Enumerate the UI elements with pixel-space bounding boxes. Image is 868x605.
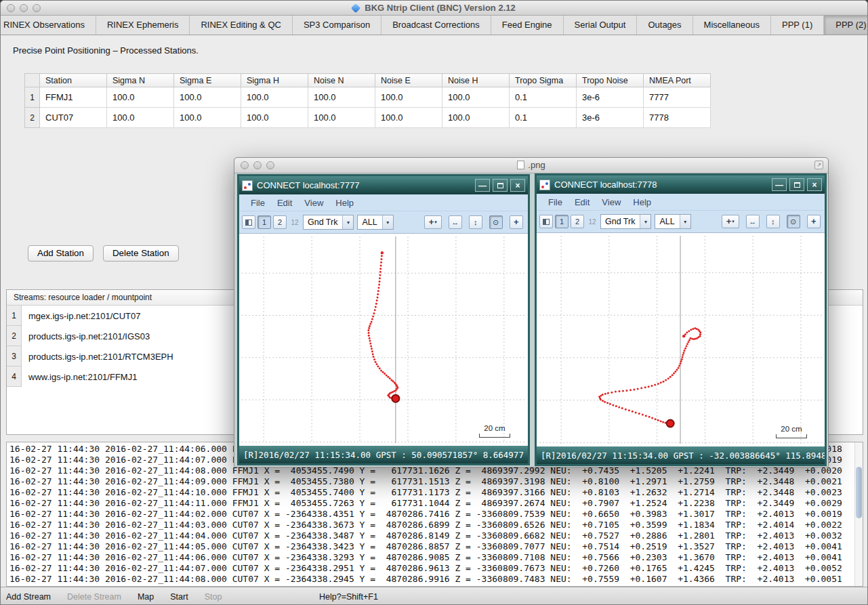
station-cell[interactable]: 100.0 bbox=[174, 87, 241, 108]
plot-2-button[interactable]: 2 bbox=[571, 215, 584, 228]
chevron-down-icon[interactable]: ▾ bbox=[640, 215, 650, 228]
station-cell[interactable]: 100.0 bbox=[308, 87, 375, 108]
plot-1-button[interactable]: 1 bbox=[257, 215, 271, 229]
tab-ppp-2[interactable]: PPP (2) bbox=[824, 16, 867, 35]
crosshair-icon: + bbox=[811, 218, 817, 225]
menu-file[interactable]: File bbox=[245, 198, 271, 208]
rtkplot-window-7778[interactable]: CONNECT localhost:7778 — × File Edit Vie… bbox=[535, 173, 827, 466]
center-origin-button[interactable]: +▾ bbox=[722, 215, 739, 228]
track-center-button[interactable]: ⊙ bbox=[489, 215, 503, 229]
rtk-menubar: File Edit View Help bbox=[537, 194, 825, 210]
menu-help[interactable]: Help bbox=[627, 197, 657, 207]
tab-rinex-observations[interactable]: RINEX Observations bbox=[1, 16, 96, 35]
close-button[interactable]: × bbox=[807, 178, 822, 191]
satellite-combo[interactable]: ALL▾ bbox=[655, 214, 690, 229]
ground-track-plot[interactable]: 20 cm bbox=[239, 233, 528, 446]
menu-view[interactable]: View bbox=[596, 197, 627, 207]
station-cell[interactable]: 100.0 bbox=[174, 108, 241, 128]
tab-serial-output[interactable]: Serial Output bbox=[564, 16, 638, 35]
scale-bar: 20 cm bbox=[479, 424, 510, 438]
rtkplot-window-7777[interactable]: CONNECT localhost:7777 — × File Edit Vie… bbox=[237, 174, 530, 465]
view-tools: +▾ ↔ ↕ ⊙ + bbox=[424, 215, 528, 229]
minimize-button[interactable]: — bbox=[772, 178, 787, 191]
satellite-combo[interactable]: ALL▾ bbox=[357, 215, 393, 230]
rtk-toolbar: 1 2 12 Gnd Trk▾ ALL▾ +▾ ↔ ↕ ⊙ + bbox=[537, 210, 825, 232]
position-readout: [R]2016/02/27 11:15:34.00 GPST : -32.003… bbox=[541, 451, 825, 461]
add-stream-button[interactable]: Add Stream bbox=[6, 592, 51, 602]
tab-outages[interactable]: Outages bbox=[637, 16, 693, 35]
chevron-down-icon[interactable]: ▾ bbox=[382, 215, 393, 229]
station-cell[interactable]: 100.0 bbox=[241, 108, 308, 128]
row-number: 2 bbox=[7, 326, 22, 346]
split-view-button[interactable] bbox=[242, 215, 255, 229]
row-number: 3 bbox=[7, 346, 22, 367]
crosshair-button[interactable]: + bbox=[510, 215, 523, 229]
chevron-down-icon[interactable]: ▾ bbox=[342, 215, 353, 229]
tab-broadcast-corrections[interactable]: Broadcast Corrections bbox=[381, 16, 491, 35]
menu-view[interactable]: View bbox=[298, 198, 329, 208]
tab-miscellaneous[interactable]: Miscellaneous bbox=[693, 16, 771, 35]
add-station-button[interactable]: Add Station bbox=[28, 245, 94, 262]
ground-track-plot[interactable]: 20 cm bbox=[537, 232, 825, 446]
maximize-button[interactable] bbox=[789, 178, 804, 191]
maximize-button[interactable] bbox=[493, 179, 508, 192]
station-cell[interactable]: 100.0 bbox=[241, 87, 308, 108]
chevron-down-icon[interactable]: ▾ bbox=[680, 215, 690, 228]
menu-edit[interactable]: Edit bbox=[271, 198, 298, 208]
log-scroll-thumb[interactable] bbox=[856, 467, 862, 518]
menu-file[interactable]: File bbox=[542, 197, 569, 207]
track-center-button[interactable]: ⊙ bbox=[787, 215, 800, 228]
delete-station-button[interactable]: Delete Station bbox=[103, 245, 179, 262]
station-cell[interactable]: 0.1 bbox=[510, 108, 577, 128]
plot-1-button[interactable]: 1 bbox=[555, 215, 569, 228]
station-cell[interactable]: 100.0 bbox=[375, 108, 442, 128]
minimize-button[interactable]: — bbox=[475, 179, 490, 192]
log-scrollbar[interactable] bbox=[854, 442, 863, 586]
station-cell[interactable]: 7778 bbox=[644, 108, 711, 128]
fit-horizontal-button[interactable]: ↔ bbox=[449, 215, 462, 229]
fit-vertical-button[interactable]: ↕ bbox=[766, 215, 780, 228]
plot-12-button: 12 bbox=[289, 215, 301, 229]
expand-icon[interactable]: ↗ bbox=[814, 161, 823, 169]
rtk-window-title: CONNECT localhost:7778 bbox=[554, 180, 769, 190]
plot-2-button[interactable]: 2 bbox=[273, 215, 287, 229]
overlay-titlebar: .png ↗ bbox=[234, 158, 828, 173]
station-cell[interactable]: 100.0 bbox=[375, 87, 442, 108]
station-row: 1FFMJ1100.0100.0100.0100.0100.0100.00.13… bbox=[25, 87, 711, 108]
station-cell[interactable]: 7777 bbox=[644, 87, 711, 108]
tab-feed-engine[interactable]: Feed Engine bbox=[491, 16, 564, 35]
tab-sp3-comparison[interactable]: SP3 Comparison bbox=[293, 16, 381, 35]
station-cell[interactable]: 100.0 bbox=[308, 108, 375, 128]
tab-rinex-editing-qc[interactable]: RINEX Editing & QC bbox=[190, 16, 293, 35]
station-cell[interactable]: FFMJ1 bbox=[40, 87, 107, 108]
png-preview-window[interactable]: .png ↗ CONNECT localhost:7777 — × File E… bbox=[234, 157, 829, 467]
station-cell[interactable]: 3e-6 bbox=[577, 108, 644, 128]
column-header-sigma-e: Sigma E bbox=[174, 74, 241, 87]
map-button[interactable]: Map bbox=[138, 592, 154, 602]
fit-vertical-button[interactable]: ↕ bbox=[469, 215, 482, 229]
station-cell[interactable]: 100.0 bbox=[107, 87, 174, 108]
station-cell[interactable]: 100.0 bbox=[442, 87, 510, 108]
log-line: 16-02-27 11:44:30 2016-02-27_11:44:03.00… bbox=[7, 520, 863, 530]
station-cell[interactable]: 100.0 bbox=[107, 108, 174, 128]
station-cell[interactable]: CUT07 bbox=[40, 108, 107, 128]
menu-edit[interactable]: Edit bbox=[569, 197, 596, 207]
start-button[interactable]: Start bbox=[170, 592, 188, 602]
tab-ppp-1[interactable]: PPP (1) bbox=[771, 16, 824, 35]
rtk-titlebar: CONNECT localhost:7778 — × bbox=[537, 175, 825, 194]
station-cell[interactable]: 100.0 bbox=[442, 108, 510, 128]
split-view-button[interactable] bbox=[539, 215, 553, 228]
log-line: 16-02-27 11:44:30 2016-02-27_11:44:10.00… bbox=[7, 487, 863, 498]
close-button[interactable]: × bbox=[510, 179, 525, 192]
stream-mountpoint: products.igs-ip.net:2101/RTCM3EPH bbox=[22, 346, 173, 367]
plot-type-combo[interactable]: Gnd Trk▾ bbox=[600, 214, 651, 229]
menu-help[interactable]: Help bbox=[329, 198, 360, 208]
plot-type-combo[interactable]: Gnd Trk▾ bbox=[303, 215, 354, 230]
crosshair-button[interactable]: + bbox=[807, 215, 821, 228]
station-cell[interactable]: 3e-6 bbox=[577, 87, 644, 108]
center-origin-button[interactable]: +▾ bbox=[424, 215, 442, 229]
fit-horizontal-button[interactable]: ↔ bbox=[746, 215, 760, 228]
tab-rinex-ephemeris[interactable]: RINEX Ephemeris bbox=[96, 16, 190, 35]
station-cell[interactable]: 0.1 bbox=[510, 87, 577, 108]
log-line: 16-02-27 11:44:30 2016-02-27_11:44:09.00… bbox=[7, 476, 863, 487]
